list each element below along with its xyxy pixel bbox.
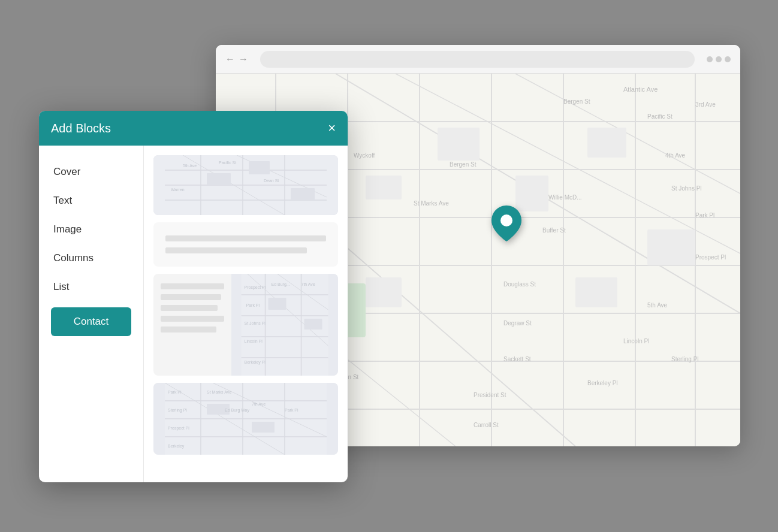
svg-text:5th Ave: 5th Ave (647, 302, 668, 309)
svg-text:Park Pl: Park Pl (695, 212, 714, 219)
sidebar-item-columns[interactable]: Columns (39, 244, 143, 273)
combo-line-1 (161, 283, 224, 289)
svg-text:Warren: Warren (171, 188, 185, 192)
panel-header: Add Blocks × (39, 111, 348, 146)
dot-1 (707, 56, 713, 62)
preview-card-combo[interactable]: Prospect Pl Park Pl St Johns Pl Lincoln … (153, 274, 338, 376)
svg-text:Ed Burg...: Ed Burg... (272, 282, 290, 287)
svg-text:4th Ave: 4th Ave (665, 152, 686, 159)
svg-rect-70 (291, 188, 315, 200)
svg-text:Sterling Pl: Sterling Pl (671, 356, 699, 362)
svg-text:Ed Burg Way: Ed Burg Way (225, 408, 249, 413)
svg-text:St Marks Ave: St Marks Ave (414, 200, 449, 207)
forward-button[interactable]: → (239, 54, 248, 65)
svg-text:Dean St: Dean St (264, 179, 279, 183)
sidebar-item-cover[interactable]: Cover (39, 158, 143, 186)
svg-text:Atlantic Ave: Atlantic Ave (623, 86, 658, 93)
svg-text:Prospect Pl: Prospect Pl (695, 254, 726, 261)
close-button[interactable]: × (328, 122, 336, 135)
svg-rect-25 (366, 277, 402, 307)
contact-button[interactable]: Contact (51, 307, 131, 336)
svg-text:Lincoln Pl: Lincoln Pl (245, 339, 263, 343)
combo-text-area (153, 274, 231, 376)
back-button[interactable]: ← (225, 54, 235, 65)
svg-rect-103 (252, 422, 275, 433)
svg-text:Berkeley Pl: Berkeley Pl (587, 380, 618, 386)
svg-text:7th Ave: 7th Ave (252, 402, 266, 406)
preview-card-map2[interactable]: Park Pl St Marks Ave Sterling Pl Prospec… (153, 383, 338, 455)
svg-text:Park Pl: Park Pl (246, 303, 260, 307)
preview-card-text[interactable] (153, 222, 338, 267)
browser-dots (707, 56, 731, 62)
text-preview (153, 222, 338, 267)
svg-text:Carroll St: Carroll St (474, 422, 499, 428)
svg-text:Wyckoff: Wyckoff (354, 152, 375, 159)
svg-text:Bergen St: Bergen St (450, 161, 477, 168)
svg-text:St Johns Pl: St Johns Pl (245, 321, 266, 325)
svg-rect-20 (366, 176, 402, 200)
combo-line-5 (161, 327, 216, 332)
svg-text:Pacific St: Pacific St (647, 113, 673, 120)
browser-nav: ← → (225, 54, 248, 65)
combo-line-3 (161, 305, 218, 311)
svg-text:Willie McD...: Willie McD... (548, 194, 582, 201)
svg-rect-21 (438, 128, 480, 161)
combo-line-2 (161, 294, 221, 300)
combo-preview: Prospect Pl Park Pl St Johns Pl Lincoln … (153, 274, 338, 376)
mini-map-1: 5th Ave Pacific St Dean St Warren (153, 155, 338, 215)
sidebar-item-list[interactable]: List (39, 273, 143, 301)
svg-text:Prospect Pl: Prospect Pl (245, 285, 266, 290)
svg-text:Sterling Pl: Sterling Pl (168, 408, 187, 413)
add-blocks-panel: Add Blocks × Cover Text Image Columns Li… (39, 111, 348, 482)
svg-text:Douglass St: Douglass St (503, 281, 536, 288)
svg-point-58 (500, 214, 512, 226)
svg-text:Berkeley Pl: Berkeley Pl (245, 360, 266, 365)
panel-sidebar: Cover Text Image Columns List Contact (39, 146, 144, 482)
svg-text:Sackett St: Sackett St (503, 356, 531, 362)
svg-text:Park Pl: Park Pl (285, 408, 298, 412)
svg-text:Prospect Pl: Prospect Pl (168, 426, 189, 431)
svg-text:Park Pl: Park Pl (168, 390, 182, 394)
svg-text:Lincoln Pl: Lincoln Pl (623, 338, 649, 344)
panel-title: Add Blocks (51, 122, 111, 135)
sidebar-item-image[interactable]: Image (39, 215, 143, 244)
cover-preview: 5th Ave Pacific St Dean St Warren (153, 155, 338, 215)
panel-body: Cover Text Image Columns List Contact (39, 146, 348, 482)
combo-line-4 (161, 316, 224, 322)
svg-rect-23 (587, 128, 626, 158)
svg-text:Degraw St: Degraw St (503, 320, 532, 327)
url-bar[interactable] (260, 51, 695, 68)
svg-text:7th Ave: 7th Ave (301, 282, 315, 286)
preview-card-cover[interactable]: 5th Ave Pacific St Dean St Warren (153, 155, 338, 215)
svg-text:3rd Ave: 3rd Ave (695, 101, 716, 108)
panel-preview: 5th Ave Pacific St Dean St Warren (144, 146, 348, 482)
svg-text:St Johns Pl: St Johns Pl (671, 185, 702, 192)
svg-text:President St: President St (474, 392, 506, 398)
svg-rect-85 (304, 319, 322, 330)
svg-text:Pacific St: Pacific St (219, 161, 236, 165)
text-line-2 (165, 247, 307, 253)
browser-toolbar: ← → (216, 45, 740, 74)
svg-text:5th Ave: 5th Ave (183, 164, 197, 168)
dot-3 (725, 56, 731, 62)
svg-rect-26 (575, 277, 617, 307)
svg-text:St Marks Ave: St Marks Ave (207, 390, 231, 394)
svg-rect-68 (207, 173, 231, 185)
svg-rect-84 (269, 298, 287, 310)
svg-rect-27 (647, 229, 695, 265)
svg-text:Bergen St: Bergen St (563, 98, 590, 105)
combo-map-area: Prospect Pl Park Pl St Johns Pl Lincoln … (231, 274, 338, 376)
svg-text:Buffer St: Buffer St (542, 227, 566, 234)
text-line-1 (165, 235, 326, 241)
svg-text:Berkeley: Berkeley (168, 444, 185, 449)
map-pin (491, 205, 521, 241)
sidebar-item-text[interactable]: Text (39, 186, 143, 215)
map2-preview: Park Pl St Marks Ave Sterling Pl Prospec… (153, 383, 338, 455)
svg-rect-69 (249, 161, 270, 174)
dot-2 (716, 56, 722, 62)
